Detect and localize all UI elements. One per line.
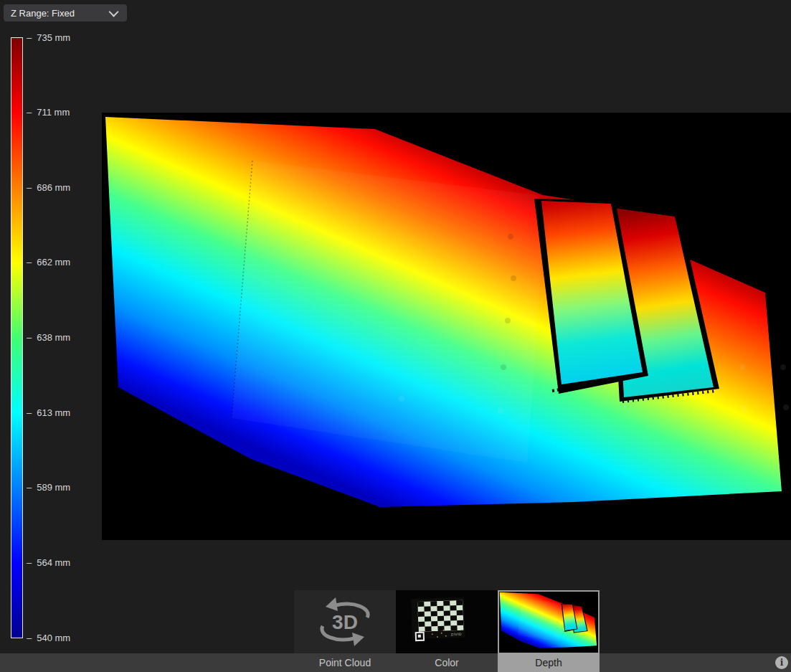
tab-point-cloud[interactable]: 3D — [294, 590, 396, 654]
tab-color[interactable]: ZIVID — [396, 590, 498, 654]
checkerboard-pattern — [417, 600, 463, 632]
info-icon: i — [780, 658, 784, 668]
checkerboard-thumbnail: ZIVID — [411, 597, 465, 640]
depth-view-canvas[interactable] — [102, 113, 791, 540]
checkerboard-ghost — [232, 161, 545, 463]
rotate-3d-icon: 3D — [294, 590, 396, 654]
colorbar-tick: –686 mm — [27, 181, 84, 193]
colorbar-ticks: –735 mm–711 mm–686 mm–662 mm–638 mm–613 … — [27, 32, 84, 643]
depth-scene — [102, 113, 791, 540]
colorbar-tick: –564 mm — [27, 557, 84, 568]
colorbar-tick: –735 mm — [27, 32, 84, 43]
tab-label-color[interactable]: Color — [396, 653, 498, 672]
tab-depth[interactable] — [498, 590, 600, 654]
colorbar-tick: –589 mm — [27, 482, 84, 493]
tab-label-point-cloud[interactable]: Point Cloud — [294, 653, 396, 672]
svg-text:3D: 3D — [332, 611, 358, 633]
aruco-marker — [415, 632, 425, 641]
colorbar-tick: –662 mm — [27, 257, 84, 268]
colorbar-tick: –711 mm — [27, 107, 84, 118]
z-range-dropdown[interactable]: Z Range: Fixed — [4, 4, 127, 22]
depth-thumbnail — [499, 592, 598, 653]
colorbar-tick: –540 mm — [27, 632, 84, 643]
status-bar: Point Cloud Color Depth — [0, 653, 791, 672]
board-logo: ZIVID — [451, 632, 462, 637]
depth-colorbar — [11, 37, 23, 638]
colorbar-tick: –638 mm — [27, 332, 84, 344]
info-button[interactable]: i — [775, 656, 788, 669]
z-range-label: Z Range: Fixed — [11, 8, 111, 19]
tab-label-depth[interactable]: Depth — [498, 653, 600, 672]
colorbar-tick: –613 mm — [27, 407, 84, 418]
capture-tabs: 3D ZIVID — [294, 590, 600, 654]
